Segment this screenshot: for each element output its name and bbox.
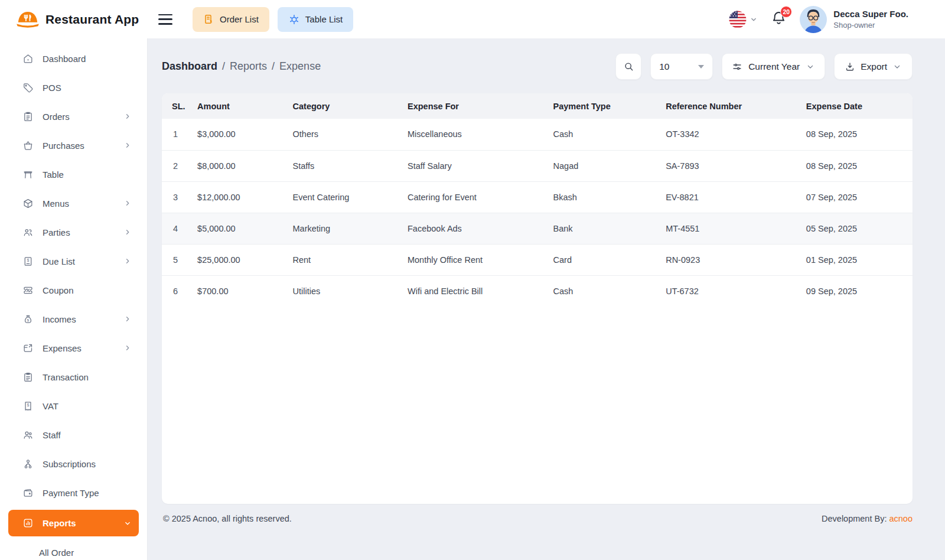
table-cell: 07 Sep, 2025 — [801, 181, 913, 213]
chevron-right-icon — [123, 228, 132, 236]
chevron-right-icon — [123, 344, 132, 352]
sidebar-item-label: Payment Type — [43, 488, 132, 498]
sidebar-item-payment-type[interactable]: Payment Type — [8, 481, 139, 504]
sidebar-item-transaction[interactable]: Transaction — [8, 365, 139, 389]
notification-count-badge: 20 — [780, 6, 792, 18]
caret-down-icon — [698, 65, 704, 69]
table-cell: 05 Sep, 2025 — [801, 213, 913, 244]
search-icon — [623, 61, 634, 72]
table-cell: 2 — [162, 150, 193, 181]
page-size-select[interactable]: 10 — [650, 53, 713, 80]
sidebar: DashboardPOSOrdersPurchasesTableMenusPar… — [0, 38, 148, 560]
sidebar-item-dashboard[interactable]: Dashboard — [8, 47, 139, 70]
breadcrumb-dashboard[interactable]: Dashboard — [162, 60, 217, 73]
breadcrumb-expense: Expense — [279, 60, 321, 73]
table-cell: Others — [288, 119, 403, 150]
receipt-icon — [22, 372, 34, 383]
table-cell: Cash — [549, 119, 662, 150]
table-cell: $3,000.00 — [193, 119, 288, 150]
restaurant-logo-icon — [15, 9, 40, 30]
subs-icon — [22, 458, 34, 470]
table-cell: 08 Sep, 2025 — [801, 150, 913, 181]
sidebar-item-coupon[interactable]: Coupon — [8, 278, 139, 302]
table-cell: 4 — [162, 213, 193, 244]
table-cell: Staff Salary — [403, 150, 549, 181]
table-row: 1$3,000.00OthersMiscellaneousCashOT-3342… — [162, 119, 913, 150]
acnoo-link[interactable]: acnoo — [889, 514, 913, 523]
sidebar-item-reports[interactable]: Reports — [8, 510, 139, 536]
export-label: Export — [861, 61, 887, 72]
table-row: 2$8,000.00StaffsStaff SalaryNagadSA-7893… — [162, 150, 913, 181]
sidebar-item-incomes[interactable]: $Incomes — [8, 307, 139, 331]
sidebar-item-purchases[interactable]: Purchases — [8, 134, 139, 157]
main-content: Dashboard / Reports / Expense 10 Current… — [148, 0, 945, 523]
table-row: 4$5,000.00MarketingFacebook AdsBankMT-45… — [162, 213, 913, 244]
us-flag-icon — [729, 11, 747, 28]
footer: © 2025 Acnoo, all rights reserved. Devel… — [162, 504, 913, 523]
sidebar-item-parties[interactable]: Parties — [8, 220, 139, 244]
table-cell: Bank — [549, 213, 662, 244]
sidebar-item-label: Dashboard — [43, 54, 132, 64]
table-cell: 5 — [162, 244, 193, 275]
table-cell: Monthly Office Rent — [403, 244, 549, 275]
sidebar-item-label: VAT — [43, 401, 132, 411]
table-cell: 01 Sep, 2025 — [801, 244, 913, 275]
column-header-reference-number: Reference Number — [661, 93, 801, 119]
order-list-label: Order List — [220, 14, 259, 24]
hamburger-menu-icon[interactable] — [158, 13, 175, 26]
order-list-button[interactable]: Order List — [193, 7, 269, 32]
svg-text:$: $ — [27, 318, 30, 321]
language-selector[interactable] — [729, 11, 758, 28]
chevron-down-icon — [750, 15, 758, 24]
table-cell: Card — [549, 244, 662, 275]
sidebar-item-expenses[interactable]: Expenses — [8, 336, 139, 360]
table-cell: Wifi and Electric Bill — [403, 275, 549, 307]
clipboard-icon — [22, 111, 34, 122]
sidebar-item-pos[interactable]: POS — [8, 76, 139, 99]
search-button[interactable] — [615, 53, 641, 80]
table-cell: $12,000.00 — [193, 181, 288, 213]
period-select[interactable]: Current Year — [722, 53, 825, 80]
app-logo[interactable]: Restaurant App — [0, 9, 148, 30]
table-cell: OT-3342 — [661, 119, 801, 150]
chevron-down-icon — [123, 519, 132, 528]
sidebar-item-vat[interactable]: $VAT — [8, 394, 139, 418]
sidebar-item-label: Coupon — [43, 285, 132, 295]
export-button[interactable]: Export — [834, 53, 913, 80]
sidebar-item-orders[interactable]: Orders — [8, 105, 139, 128]
table-cell: SA-7893 — [661, 150, 801, 181]
chevron-right-icon — [123, 141, 132, 149]
table-cell: Staffs — [288, 150, 403, 181]
table-list-label: Table List — [305, 14, 343, 24]
box-icon — [22, 198, 34, 209]
chevron-right-icon — [123, 315, 132, 323]
table-cell: Facebook Ads — [403, 213, 549, 244]
sidebar-item-subscriptions[interactable]: Subscriptions — [8, 452, 139, 476]
table-cell: Nagad — [549, 150, 662, 181]
sidebar-item-staff[interactable]: Staff — [8, 423, 139, 447]
round-table-icon — [288, 14, 300, 25]
sidebar-item-all-order[interactable]: All Order — [0, 542, 147, 558]
svg-text:$: $ — [27, 402, 30, 406]
table-cell: Rent — [288, 244, 403, 275]
breadcrumb-separator: / — [272, 60, 275, 73]
sidebar-item-due-list[interactable]: $Due List — [8, 249, 139, 273]
invoice-icon: $ — [22, 256, 34, 267]
table-row: 3$12,000.00Event CateringCatering for Ev… — [162, 181, 913, 213]
sidebar-item-table[interactable]: Table — [8, 162, 139, 186]
chevron-right-icon — [123, 112, 132, 121]
user-menu[interactable]: Decca Super Foo. Shop-owner — [800, 6, 908, 33]
sidebar-item-menus[interactable]: Menus — [8, 191, 139, 215]
table-cell: Marketing — [288, 213, 403, 244]
table-list-button[interactable]: Table List — [278, 7, 353, 32]
notifications-button[interactable]: 20 — [771, 10, 787, 28]
user-name: Decca Super Foo. — [833, 9, 908, 19]
vat-icon: $ — [22, 401, 34, 412]
column-header-expense-date: Expense Date — [801, 93, 913, 119]
download-icon — [845, 61, 855, 72]
sidebar-item-label: POS — [43, 83, 132, 93]
breadcrumb-reports[interactable]: Reports — [230, 60, 267, 73]
users-icon — [22, 227, 34, 238]
payment-icon — [22, 487, 34, 499]
table-cell: $700.00 — [193, 275, 288, 307]
